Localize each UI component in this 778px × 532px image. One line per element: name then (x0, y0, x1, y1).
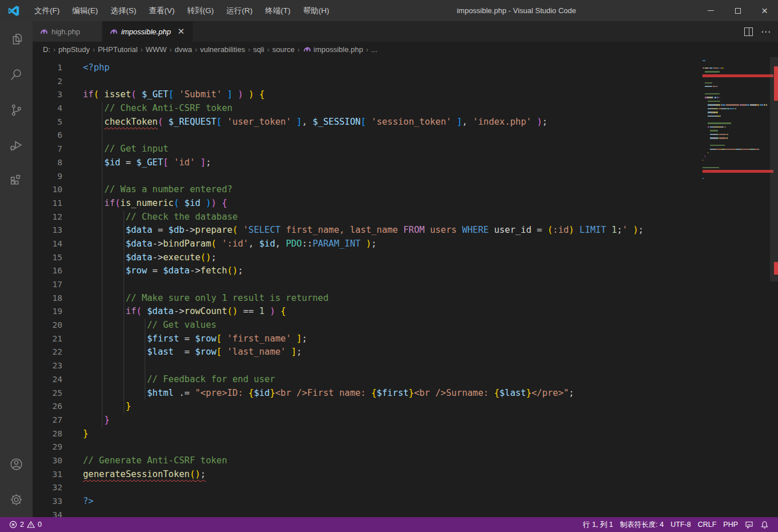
code-line-11[interactable]: 11 if(is_numeric( $id )) { (33, 197, 778, 211)
code-line-9[interactable]: 9 (33, 170, 778, 184)
language-mode[interactable]: PHP (720, 517, 741, 532)
problems-indicator[interactable]: 2 0 (6, 517, 45, 532)
menu-item[interactable]: 文件(F) (28, 0, 66, 21)
sidebar-item-explorer[interactable] (0, 21, 33, 57)
code-line-15[interactable]: 15 $data->execute(); (33, 251, 778, 265)
breadcrumb-symbol-placeholder[interactable]: ... (371, 45, 378, 54)
code-token: = (531, 225, 547, 235)
code-line-7[interactable]: 7 // Get input (33, 142, 778, 156)
scrollbar[interactable] (770, 57, 778, 517)
close-button[interactable]: × (751, 0, 778, 21)
code-line-17[interactable]: 17 (33, 278, 778, 292)
menu-item[interactable]: 编辑(E) (66, 0, 104, 21)
code-token: $id (184, 198, 200, 208)
split-editor-icon[interactable] (744, 27, 753, 36)
code-line-31[interactable]: 31generateSessionToken(); (33, 468, 778, 482)
code-token (99, 89, 104, 100)
chevron-right-icon: › (248, 46, 250, 54)
code-line-19[interactable]: 19 if( $data->rowCount() == 1 ) { (33, 305, 778, 319)
code-token: // Get input (104, 144, 168, 154)
code-line-24[interactable]: 24 // Feedback for end user (33, 373, 778, 387)
code-token: ' (243, 225, 248, 235)
breadcrumb-item[interactable]: D: (43, 45, 50, 54)
menu-item[interactable]: 查看(V) (142, 0, 181, 21)
minimap[interactable] (702, 59, 770, 184)
code-line-2[interactable]: 2 (33, 75, 778, 89)
menu-item[interactable]: 帮助(H) (297, 0, 336, 21)
indent-guide (124, 319, 124, 332)
feedback-button[interactable] (741, 517, 757, 532)
code-line-16[interactable]: 16 $row = $data->fetch(); (33, 264, 778, 278)
code-line-34[interactable]: 34 (33, 509, 778, 517)
code-token (179, 198, 184, 208)
menu-item[interactable]: 转到(G) (181, 0, 220, 21)
breadcrumb-item[interactable]: vulnerabilities (200, 45, 245, 54)
editor[interactable]: 1<?php23if( isset( $_GET[ 'Submit' ] ) )… (33, 57, 778, 517)
breadcrumb-item[interactable]: dvwa (174, 45, 192, 54)
code-line-22[interactable]: 22 $last = $row[ 'last_name' ]; (33, 346, 778, 359)
tab-impossible.php[interactable]: impossible.php✕ (102, 21, 193, 42)
breadcrumb-item[interactable]: source (272, 45, 295, 54)
code-line-28[interactable]: 28} (33, 427, 778, 441)
indent-guide (124, 359, 124, 373)
code-token: ( (115, 198, 120, 208)
code-token: $row (195, 347, 216, 357)
code-line-10[interactable]: 10 // Was a number entered? (33, 183, 778, 197)
notifications-button[interactable] (757, 517, 772, 532)
code-token: ) (195, 469, 200, 479)
indentation-setting[interactable]: 制表符长度: 4 (617, 517, 667, 532)
code-line-4[interactable]: 4 // Check Anti-CSRF token (33, 102, 778, 116)
code-token: ( (174, 198, 179, 208)
breadcrumb-item[interactable]: sqli (253, 45, 264, 54)
code-line-32[interactable]: 32 (33, 481, 778, 495)
code-line-33[interactable]: 33?> (33, 495, 778, 509)
cursor-position[interactable]: 行 1, 列 1 (579, 517, 617, 532)
maximize-button[interactable] (724, 0, 751, 21)
code-line-13[interactable]: 13 $data = $db->prepare( 'SELECT first_n… (33, 224, 778, 237)
code-line-5[interactable]: 5 checkToken( $_REQUEST[ 'user_token' ],… (33, 116, 778, 129)
code-line-1[interactable]: 1<?php (33, 61, 778, 75)
sidebar-item-run-debug[interactable] (0, 128, 33, 163)
sidebar-item-source-control[interactable] (0, 92, 33, 128)
code-line-30[interactable]: 30// Generate Anti-CSRF token (33, 454, 778, 468)
account-icon (9, 456, 24, 472)
code-line-21[interactable]: 21 $first = $row[ 'first_name' ]; (33, 332, 778, 346)
code-line-27[interactable]: 27 } (33, 414, 778, 427)
code-line-6[interactable]: 6 (33, 129, 778, 142)
code-token (232, 89, 237, 100)
line-number: 31 (33, 468, 73, 482)
eol-setting[interactable]: CRLF (694, 517, 720, 532)
menu-item[interactable]: 选择(S) (104, 0, 142, 21)
encoding-setting[interactable]: UTF-8 (667, 517, 694, 532)
code-line-20[interactable]: 20 // Get values (33, 319, 778, 332)
tab-close-icon[interactable]: ✕ (177, 26, 186, 37)
tab-bar: high.php✕impossible.php✕ ⋯ (33, 21, 778, 42)
tab-high.php[interactable]: high.php✕ (33, 21, 102, 42)
sidebar-item-search[interactable] (0, 57, 33, 92)
breadcrumb-item[interactable]: phpStudy (58, 45, 90, 54)
minimize-button[interactable] (697, 0, 724, 21)
code-token: $row (126, 265, 147, 276)
code-line-26[interactable]: 26 } (33, 400, 778, 414)
code-line-3[interactable]: 3if( isset( $_GET[ 'Submit' ] ) ) { (33, 88, 778, 102)
code-line-29[interactable]: 29 (33, 440, 778, 454)
code-line-12[interactable]: 12 // Check the database (33, 211, 778, 224)
sidebar-item-extensions[interactable] (0, 163, 33, 198)
breadcrumb-item[interactable]: WWW (146, 45, 167, 54)
breadcrumb-file[interactable]: impossible.php (303, 45, 363, 54)
menu-item[interactable]: 终端(T) (259, 0, 297, 21)
code-token: $_SESSION (312, 117, 360, 127)
code-token (366, 117, 371, 127)
code-line-14[interactable]: 14 $data->bindParam( ':id', $id, PDO::PA… (33, 237, 778, 251)
account-button[interactable] (0, 446, 33, 482)
code-line-8[interactable]: 8 $id = $_GET[ 'id' ]; (33, 156, 778, 170)
menu-item[interactable]: 运行(R) (220, 0, 259, 21)
settings-button[interactable] (0, 482, 33, 517)
more-actions-icon[interactable]: ⋯ (761, 27, 771, 37)
breadcrumb-item[interactable]: PHPTutorial (98, 45, 138, 54)
code-line-18[interactable]: 18 // Make sure only 1 result is returne… (33, 292, 778, 305)
code-line-25[interactable]: 25 $html .= "<pre>ID: {$id}<br />First n… (33, 387, 778, 400)
code-line-23[interactable]: 23 (33, 359, 778, 373)
code-token: ) (232, 306, 237, 316)
line-number: 32 (33, 481, 73, 495)
